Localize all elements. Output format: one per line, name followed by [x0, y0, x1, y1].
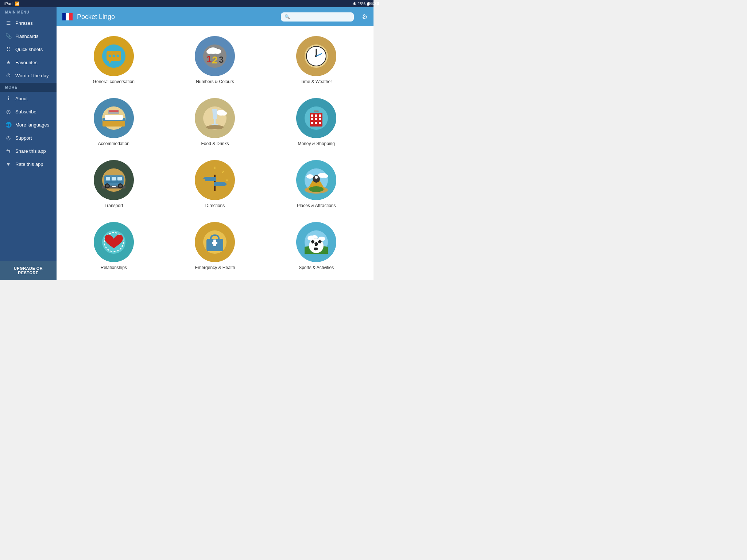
money-shopping-icon [296, 98, 336, 138]
main-menu-label: MAIN MENU [0, 7, 57, 16]
wordofday-icon: ⏱ [5, 73, 12, 78]
sidebar-item-favourites[interactable]: ★ Favourites [0, 56, 57, 69]
subscribe-label: Subscribe [15, 109, 36, 114]
relationships-icon [94, 222, 134, 262]
favourites-label: Favourites [15, 60, 38, 65]
svg-text:1: 1 [206, 54, 212, 65]
accommodation-icon [94, 98, 134, 138]
battery-label: 25% [357, 1, 365, 6]
svg-point-76 [309, 186, 324, 192]
category-directions[interactable]: Directions [165, 154, 265, 214]
svg-point-36 [206, 125, 224, 129]
sidebar-item-support[interactable]: ◎ Support [0, 131, 57, 144]
svg-point-79 [306, 174, 314, 179]
directions-label: Directions [205, 203, 225, 208]
sidebar-item-sharethisapp[interactable]: ⇆ Share this app [0, 144, 57, 158]
about-label: About [15, 96, 28, 101]
morelanguages-label: More languages [15, 122, 49, 128]
svg-text:3: 3 [219, 55, 224, 65]
sidebar-item-subscribe[interactable]: ◎ Subscribe [0, 105, 57, 118]
svg-rect-58 [105, 181, 123, 183]
svg-rect-43 [315, 114, 317, 117]
svg-text:2: 2 [212, 54, 218, 66]
svg-rect-44 [315, 118, 317, 120]
category-food-drinks[interactable]: Food & Drinks [165, 92, 265, 152]
ratethisapp-label: Rate this app [15, 162, 43, 167]
svg-rect-49 [314, 110, 319, 112]
svg-rect-24 [102, 120, 125, 127]
sidebar-item-phrases[interactable]: ☰ Phrases [0, 16, 57, 30]
category-places-attractions[interactable]: Places & Attractions [266, 154, 366, 214]
svg-point-60 [106, 184, 109, 187]
svg-point-62 [119, 184, 122, 187]
svg-rect-40 [311, 114, 313, 117]
svg-rect-57 [117, 177, 122, 180]
category-emergency-health[interactable]: Emergency & Health [165, 216, 265, 276]
sidebar-item-ratethisapp[interactable]: ♥ Rate this app [0, 158, 57, 171]
upgrade-section: UPGRADE or RESTORE [0, 261, 57, 280]
more-label: MORE [0, 83, 57, 92]
sidebar-item-flashcards[interactable]: 📎 Flashcards [0, 30, 57, 43]
sidebar-item-quicksheets[interactable]: ⠿ Quick sheets [0, 43, 57, 56]
category-transport[interactable]: Transport [64, 154, 164, 214]
emergency-health-label: Emergency & Health [195, 265, 235, 270]
svg-rect-41 [311, 118, 313, 120]
sidebar-item-about[interactable]: ℹ About [0, 92, 57, 105]
svg-rect-27 [108, 110, 119, 114]
svg-rect-46 [319, 114, 321, 117]
category-numbers-colours[interactable]: 1 2 3 Numbers & Colours [165, 30, 265, 90]
svg-rect-45 [315, 122, 317, 124]
svg-rect-26 [105, 115, 123, 120]
svg-point-35 [221, 111, 227, 116]
status-right: ✱ 25% ▮ [353, 1, 369, 6]
svg-rect-53 [112, 186, 116, 187]
french-flag [62, 13, 73, 20]
bluetooth-icon: ✱ [353, 1, 356, 6]
time-weather-label: Time & Weather [301, 79, 332, 84]
transport-label: Transport [104, 203, 123, 208]
sidebar-item-morelanguages[interactable]: 🌐 More languages [0, 118, 57, 131]
sports-activities-icon [296, 222, 336, 262]
sidebar-item-wordofday[interactable]: ⏱ Word of the day [0, 69, 57, 82]
search-bar[interactable]: 🔍 [281, 12, 354, 22]
places-attractions-label: Places & Attractions [297, 203, 336, 208]
svg-point-3 [108, 55, 111, 57]
support-icon: ◎ [5, 135, 12, 141]
general-conversation-icon [94, 36, 134, 76]
emergency-health-icon [195, 222, 235, 262]
subscribe-icon: ◎ [5, 109, 12, 114]
settings-icon[interactable]: ⚙ [362, 13, 368, 21]
search-input[interactable] [292, 14, 350, 20]
phrases-icon: ☰ [5, 20, 12, 26]
top-bar: Pocket Lingo 🔍 ⚙ [57, 7, 374, 26]
flashcards-label: Flashcards [15, 34, 39, 39]
svg-point-10 [214, 49, 221, 54]
category-general-conversation[interactable]: General conversation [64, 30, 164, 90]
svg-rect-48 [319, 122, 321, 124]
numbers-colours-label: Numbers & Colours [196, 79, 234, 84]
sharethisapp-icon: ⇆ [5, 148, 12, 154]
svg-rect-47 [319, 118, 321, 120]
svg-rect-32 [214, 119, 216, 124]
category-relationships[interactable]: Relationships [64, 216, 164, 276]
svg-rect-42 [311, 122, 313, 124]
svg-rect-56 [112, 177, 116, 180]
time-weather-icon [296, 36, 336, 76]
app-title: Pocket Lingo [77, 13, 115, 21]
about-icon: ℹ [5, 96, 12, 101]
quicksheets-icon: ⠿ [5, 46, 12, 52]
food-drinks-icon [195, 98, 235, 138]
relationships-label: Relationships [101, 265, 127, 270]
upgrade-button[interactable]: UPGRADE or RESTORE [5, 266, 51, 275]
category-money-shopping[interactable]: Money & Shopping [266, 92, 366, 152]
wordofday-label: Word of the day [15, 73, 49, 78]
category-sports-activities[interactable]: Sports & Activities [266, 216, 366, 276]
category-time-weather[interactable]: Time & Weather [266, 30, 366, 90]
svg-rect-70 [214, 182, 225, 186]
morelanguages-icon: 🌐 [5, 122, 12, 128]
category-accommodation[interactable]: Accommodation [64, 92, 164, 152]
food-drinks-label: Food & Drinks [201, 141, 229, 146]
ratethisapp-icon: ♥ [5, 161, 12, 167]
svg-point-78 [322, 174, 328, 178]
app-body: MAIN MENU ☰ Phrases 📎 Flashcards ⠿ Quick… [0, 7, 374, 280]
